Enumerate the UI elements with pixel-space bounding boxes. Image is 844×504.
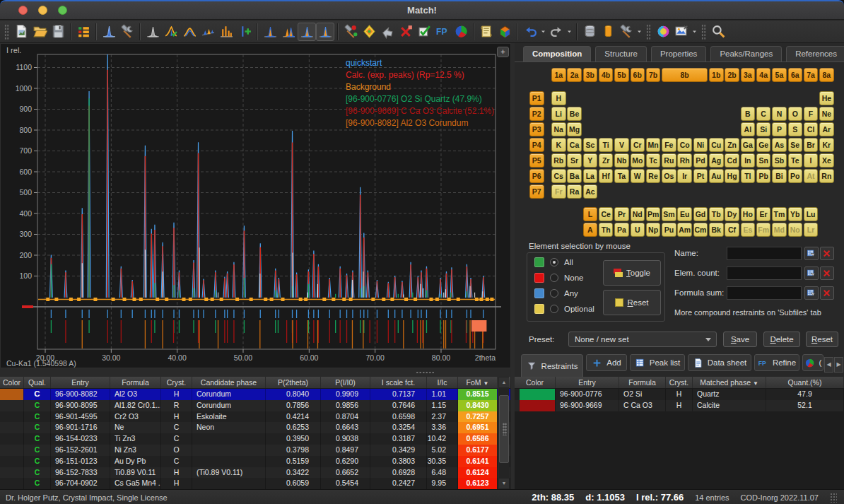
group-button-7a[interactable]: 7a: [804, 68, 819, 82]
any-radio[interactable]: [550, 289, 558, 298]
column-header-cryst-[interactable]: Cryst.: [161, 377, 192, 388]
element-cf[interactable]: Cf: [725, 223, 739, 237]
period-button-p1[interactable]: P1: [529, 91, 544, 105]
accept-matches-button[interactable]: [415, 23, 433, 41]
element-tl[interactable]: Tl: [741, 169, 756, 183]
table-row[interactable]: C96-152-2601Ni Zn3O0.37980.84970.34295.0…: [0, 445, 510, 456]
scrollbar-thumb[interactable]: [499, 395, 509, 463]
tab-references[interactable]: References: [786, 46, 844, 61]
element-y[interactable]: Y: [583, 153, 598, 168]
element-ac[interactable]: Ac: [583, 184, 598, 199]
continue-arrow-button[interactable]: [378, 23, 397, 41]
column-header-i-scale-fct-[interactable]: I scale fct.: [370, 377, 427, 388]
group-button-3b[interactable]: 3b: [583, 68, 598, 82]
element-bi[interactable]: Bi: [772, 169, 787, 183]
element-yb[interactable]: Yb: [788, 207, 803, 221]
table-row[interactable]: 96-900-0776O2 SiHQuartz47.9: [515, 389, 844, 400]
candidates-table-header[interactable]: ColorQual.EntryFormulaCryst.Candidate ph…: [0, 377, 510, 389]
element-he[interactable]: He: [819, 91, 834, 105]
element-fm[interactable]: Fm: [756, 223, 771, 237]
element-sm[interactable]: Sm: [662, 207, 676, 221]
delete-preset-button[interactable]: Delete: [763, 332, 800, 347]
element-br[interactable]: Br: [804, 138, 819, 152]
formula-sum-clear-button[interactable]: [820, 286, 834, 300]
horizontal-splitter[interactable]: [0, 368, 511, 377]
new-document-button[interactable]: [12, 23, 30, 41]
element-md[interactable]: Md: [772, 223, 787, 237]
element-co[interactable]: Co: [677, 138, 692, 152]
element-eu[interactable]: Eu: [677, 207, 692, 221]
table-row[interactable]: C96-152-7833Ti0.89 V0.11H(Ti0.89 V0.11)0…: [0, 467, 510, 479]
matched-phases-table[interactable]: ColorEntryFormulaCryst.Matched phase ▼Qu…: [515, 377, 844, 489]
restraints-diamond-button[interactable]: [360, 23, 378, 41]
element-ti[interactable]: Ti: [599, 138, 614, 152]
element-cr[interactable]: Cr: [631, 138, 645, 152]
element-th[interactable]: Th: [599, 223, 614, 237]
element-xe[interactable]: Xe: [819, 153, 834, 168]
element-as[interactable]: As: [772, 138, 787, 152]
period-button-p7[interactable]: P7: [529, 184, 544, 199]
element-i[interactable]: I: [804, 153, 819, 168]
search-button[interactable]: [709, 23, 727, 41]
open-document-button[interactable]: [30, 23, 49, 41]
group-button-8b[interactable]: 8b: [662, 68, 708, 82]
refine-button[interactable]: FPRefine: [754, 354, 799, 371]
element-mn[interactable]: Mn: [646, 138, 661, 152]
element-pm[interactable]: Pm: [646, 207, 661, 221]
actinides-button[interactable]: A: [583, 223, 598, 237]
element-n[interactable]: N: [772, 107, 787, 121]
selection-option-optional[interactable]: Optional: [534, 304, 594, 314]
zoom-in-chart-button[interactable]: +: [497, 47, 509, 57]
table-row[interactable]: C96-151-0123Au Dy PbC0.51590.62900.38033…: [0, 456, 510, 467]
element-pt[interactable]: Pt: [693, 169, 708, 183]
tab-structure[interactable]: Structure: [595, 46, 647, 61]
diffraction-pattern-chart[interactable]: I rel.1002003004005006007008009001000110…: [1, 44, 512, 369]
delete-entries-button[interactable]: [397, 23, 415, 41]
element-ag[interactable]: Ag: [709, 153, 724, 168]
group-button-4a[interactable]: 4a: [756, 68, 771, 82]
group-button-5a[interactable]: 5a: [772, 68, 787, 82]
table-row[interactable]: C96-901-4595Cr2 O3HEskolaite0.42140.8704…: [0, 411, 510, 423]
element-zn[interactable]: Zn: [725, 138, 739, 152]
group-button-2a[interactable]: 2a: [567, 68, 582, 82]
formula-sum-input[interactable]: [727, 286, 802, 300]
element-ar[interactable]: Ar: [819, 122, 834, 136]
column-header-matched-phase[interactable]: Matched phase ▼: [693, 377, 766, 388]
element-w[interactable]: W: [631, 169, 645, 183]
element-f[interactable]: F: [804, 107, 819, 121]
tools-menu-button[interactable]: [617, 23, 635, 41]
element-tm[interactable]: Tm: [772, 207, 787, 221]
experiment-list-button[interactable]: [74, 23, 93, 41]
element-ba[interactable]: Ba: [567, 169, 582, 183]
quantify-button[interactable]: (: [802, 354, 824, 371]
structure-3d-button[interactable]: [496, 23, 514, 41]
selection-option-any[interactable]: Any: [534, 288, 578, 298]
toggle-button[interactable]: Toggle: [603, 260, 661, 286]
raw-data-button[interactable]: [143, 23, 162, 41]
column-header-formula[interactable]: Formula: [619, 377, 666, 388]
profile-fit-alt-button[interactable]: [316, 23, 334, 41]
element-ra[interactable]: Ra: [567, 184, 582, 199]
import-data-button[interactable]: [100, 23, 118, 41]
element-nb[interactable]: Nb: [614, 153, 629, 168]
matched-table-body[interactable]: 96-900-0776O2 SiHQuartz47.996-900-9669C …: [515, 389, 844, 411]
period-button-p6[interactable]: P6: [529, 169, 544, 183]
group-button-6a[interactable]: 6a: [788, 68, 803, 82]
group-button-5b[interactable]: 5b: [614, 68, 629, 82]
name-select-button[interactable]: [804, 247, 819, 260]
element-ca[interactable]: Ca: [567, 138, 582, 152]
add-button[interactable]: Add: [586, 354, 627, 371]
element-pb[interactable]: Pb: [756, 169, 771, 183]
element-pu[interactable]: Pu: [662, 223, 676, 237]
group-button-2b[interactable]: 2b: [725, 68, 739, 82]
element-re[interactable]: Re: [646, 169, 661, 183]
none-radio[interactable]: [550, 274, 558, 282]
element-ta[interactable]: Ta: [614, 169, 629, 183]
element-ru[interactable]: Ru: [662, 153, 676, 168]
name-input[interactable]: [727, 247, 802, 260]
strip-alpha2-button[interactable]: [162, 23, 180, 41]
column-header-i-ic[interactable]: I/Ic: [427, 377, 458, 388]
optional-radio[interactable]: [550, 305, 558, 313]
tab-composition[interactable]: Composition: [523, 46, 591, 61]
peak-bars-button[interactable]: [217, 23, 235, 41]
